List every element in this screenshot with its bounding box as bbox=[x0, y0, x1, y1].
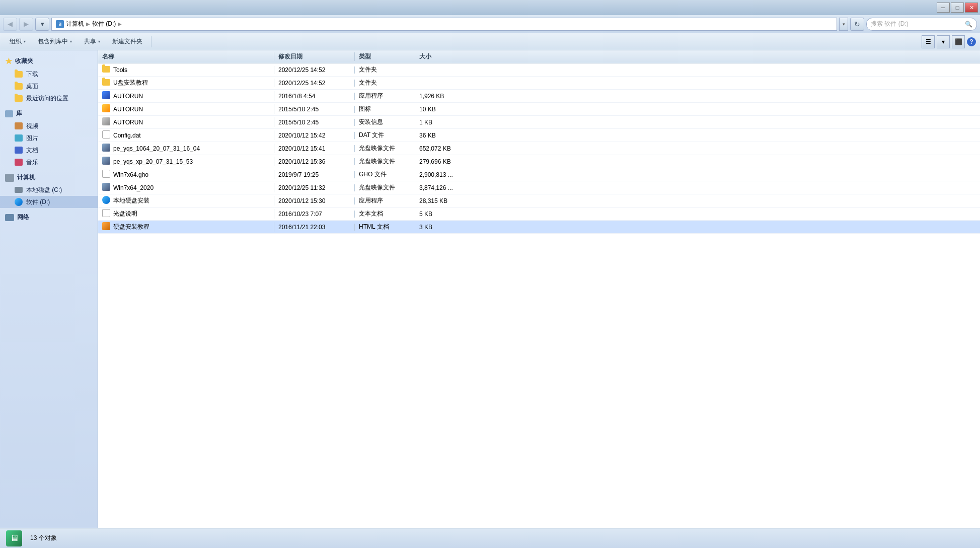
file-icon bbox=[102, 170, 110, 179]
sidebar-favorites-header: ★ 收藏夹 bbox=[0, 54, 98, 68]
sidebar-computer-header: 计算机 bbox=[0, 171, 98, 184]
sidebar-library-label: 库 bbox=[16, 109, 22, 118]
table-row[interactable]: 光盘说明 2016/10/23 7:07 文本文档 5 KB bbox=[98, 208, 980, 221]
sidebar-computer-section: 计算机 本地磁盘 (C:) 软件 (D:) bbox=[0, 171, 98, 208]
computer-icon bbox=[5, 174, 14, 182]
back-button[interactable]: ◀ bbox=[3, 18, 17, 31]
maximize-button[interactable]: □ bbox=[951, 3, 964, 13]
search-placeholder: 搜索 软件 (D:) bbox=[871, 20, 963, 28]
file-type-cell: 光盘映像文件 bbox=[355, 183, 415, 192]
file-name-text: 硬盘安装教程 bbox=[113, 223, 149, 231]
file-icon bbox=[102, 130, 110, 140]
column-name[interactable]: 名称 bbox=[98, 52, 274, 61]
path-drive-label: 软件 (D:) bbox=[92, 20, 116, 28]
file-list-header: 名称 修改日期 类型 大小 bbox=[98, 50, 980, 63]
file-type-cell: DAT 文件 bbox=[355, 131, 415, 140]
help-button[interactable]: ? bbox=[967, 37, 976, 46]
file-size-cell: 1,926 KB bbox=[415, 93, 476, 100]
sidebar-doc-label: 文档 bbox=[26, 146, 38, 155]
table-row[interactable]: 本地硬盘安装 2020/10/12 15:30 应用程序 28,315 KB bbox=[98, 194, 980, 208]
file-name-text: pe_yqs_xp_20_07_31_15_53 bbox=[113, 158, 193, 165]
share-button[interactable]: 共享 ▾ bbox=[79, 35, 106, 49]
recent-folder-icon bbox=[14, 94, 23, 103]
favorites-star-icon: ★ bbox=[5, 56, 12, 66]
file-icon bbox=[102, 222, 110, 232]
file-type-cell: 文件夹 bbox=[355, 79, 415, 87]
column-date[interactable]: 修改日期 bbox=[274, 52, 355, 61]
address-path[interactable]: 🖥 计算机 ▶ 软件 (D:) ▶ bbox=[51, 18, 837, 31]
table-row[interactable]: pe_yqs_xp_20_07_31_15_53 2020/10/12 15:3… bbox=[98, 155, 980, 168]
sidebar-item-recent[interactable]: 最近访问的位置 bbox=[0, 92, 98, 104]
file-type-cell: 光盘映像文件 bbox=[355, 157, 415, 166]
file-name-text: pe_yqs_1064_20_07_31_16_04 bbox=[113, 145, 200, 152]
table-row[interactable]: U盘安装教程 2020/12/25 14:52 文件夹 bbox=[98, 77, 980, 90]
sidebar-music-label: 音乐 bbox=[26, 158, 38, 167]
organize-arrow-icon: ▾ bbox=[24, 39, 26, 44]
sidebar-network-label: 网络 bbox=[17, 213, 29, 222]
disk-c-icon bbox=[14, 185, 23, 194]
file-icon bbox=[102, 79, 110, 87]
main-area: ★ 收藏夹 下载 桌面 最近访问的位置 bbox=[0, 50, 980, 528]
file-icon bbox=[102, 144, 110, 153]
view-options-button[interactable]: ▾ bbox=[937, 35, 950, 48]
sidebar-item-disk-c[interactable]: 本地磁盘 (C:) bbox=[0, 184, 98, 196]
sidebar-item-video[interactable]: 视频 bbox=[0, 120, 98, 132]
table-row[interactable]: Win7x64.gho 2019/9/7 19:25 GHO 文件 2,900,… bbox=[98, 168, 980, 181]
path-computer-label: 计算机 bbox=[66, 20, 84, 28]
status-bar: 🖥 13 个对象 bbox=[0, 528, 980, 548]
sidebar-item-disk-d[interactable]: 软件 (D:) bbox=[0, 196, 98, 208]
organize-button[interactable]: 组织 ▾ bbox=[4, 35, 31, 49]
table-row[interactable]: AUTORUN 2016/1/8 4:54 应用程序 1,926 KB bbox=[98, 90, 980, 103]
column-size[interactable]: 大小 bbox=[415, 52, 476, 61]
desktop-folder-icon bbox=[14, 82, 23, 91]
sidebar-item-desktop[interactable]: 桌面 bbox=[0, 80, 98, 92]
path-dropdown-button[interactable]: ▾ bbox=[839, 18, 848, 31]
music-icon bbox=[14, 158, 23, 167]
view-toggle-button[interactable]: ☰ bbox=[922, 35, 935, 48]
preview-pane-button[interactable]: ⬛ bbox=[952, 35, 965, 48]
photo-icon bbox=[14, 133, 23, 143]
sidebar-disk-c-label: 本地磁盘 (C:) bbox=[26, 186, 62, 194]
sidebar-item-download[interactable]: 下载 bbox=[0, 68, 98, 80]
minimize-button[interactable]: ─ bbox=[937, 3, 950, 13]
share-arrow-icon: ▾ bbox=[98, 39, 100, 44]
file-date-cell: 2020/12/25 14:52 bbox=[274, 80, 355, 87]
address-bar: ◀ ▶ ▾ 🖥 计算机 ▶ 软件 (D:) ▶ ▾ ↻ 搜索 软件 (D:) 🔍 bbox=[0, 15, 980, 33]
toolbar-separator bbox=[151, 36, 152, 47]
close-button[interactable]: ✕ bbox=[965, 3, 978, 13]
table-row[interactable]: Config.dat 2020/10/12 15:42 DAT 文件 36 KB bbox=[98, 129, 980, 142]
window-controls: ─ □ ✕ bbox=[937, 3, 978, 13]
table-row[interactable]: Tools 2020/12/25 14:52 文件夹 bbox=[98, 63, 980, 77]
column-type[interactable]: 类型 bbox=[355, 52, 415, 61]
refresh-button[interactable]: ↻ bbox=[850, 18, 864, 31]
include-in-library-button[interactable]: 包含到库中 ▾ bbox=[32, 35, 78, 49]
file-name-text: Win7x64.gho bbox=[113, 171, 148, 178]
table-row[interactable]: AUTORUN 2015/5/10 2:45 安装信息 1 KB bbox=[98, 116, 980, 129]
file-name-text: AUTORUN bbox=[113, 119, 143, 126]
file-size-cell: 279,696 KB bbox=[415, 158, 476, 165]
file-type-cell: 文件夹 bbox=[355, 65, 415, 74]
file-icon bbox=[102, 104, 110, 114]
forward-button[interactable]: ▶ bbox=[19, 18, 33, 31]
table-row[interactable]: AUTORUN 2015/5/10 2:45 图标 10 KB bbox=[98, 103, 980, 116]
table-row[interactable]: Win7x64_2020 2020/12/25 11:32 光盘映像文件 3,8… bbox=[98, 181, 980, 194]
file-name-text: Config.dat bbox=[113, 132, 141, 139]
organize-label: 组织 bbox=[10, 37, 22, 46]
file-name-cell: pe_yqs_1064_20_07_31_16_04 bbox=[98, 144, 274, 153]
table-row[interactable]: 硬盘安装教程 2016/11/21 22:03 HTML 文档 3 KB bbox=[98, 221, 980, 234]
sidebar-item-music[interactable]: 音乐 bbox=[0, 156, 98, 168]
file-size-cell: 1 KB bbox=[415, 119, 476, 126]
new-folder-button[interactable]: 新建文件夹 bbox=[107, 35, 148, 49]
search-box[interactable]: 搜索 软件 (D:) 🔍 bbox=[866, 18, 977, 31]
sidebar-item-doc[interactable]: 文档 bbox=[0, 144, 98, 156]
sidebar-download-label: 下载 bbox=[26, 70, 38, 79]
file-name-text: 光盘说明 bbox=[113, 210, 137, 218]
file-date-cell: 2020/10/12 15:42 bbox=[274, 132, 355, 139]
file-icon bbox=[102, 209, 110, 219]
file-type-cell: 应用程序 bbox=[355, 92, 415, 100]
recent-locations-button[interactable]: ▾ bbox=[35, 18, 49, 31]
sidebar-item-photo[interactable]: 图片 bbox=[0, 132, 98, 144]
file-name-text: Win7x64_2020 bbox=[113, 184, 154, 191]
table-row[interactable]: pe_yqs_1064_20_07_31_16_04 2020/10/12 15… bbox=[98, 142, 980, 155]
search-icon: 🔍 bbox=[965, 21, 972, 28]
